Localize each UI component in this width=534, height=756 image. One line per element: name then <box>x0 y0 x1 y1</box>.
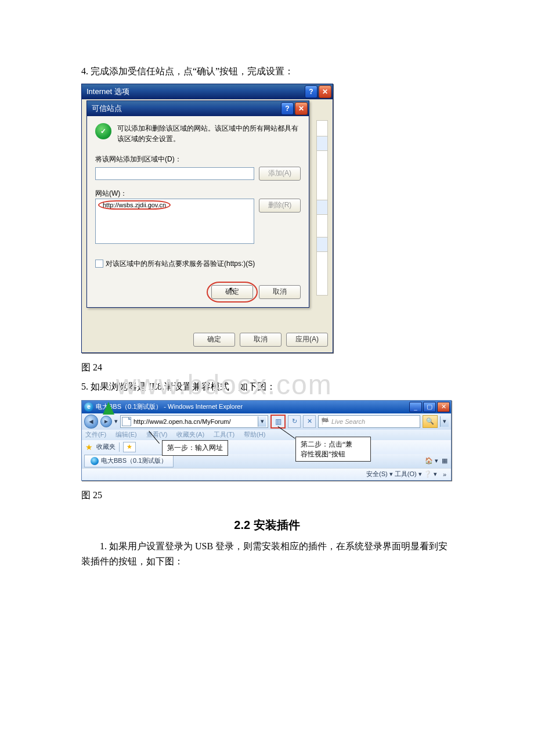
ts-description: 可以添加和删除该区域的网站。该区域中的所有网站都具有该区域的安全设置。 <box>117 123 301 144</box>
io-apply-button[interactable]: 应用(A) <box>286 333 328 347</box>
ie8-status-right[interactable]: 安全(S) ▾ 工具(O) ▾ ❔ ▾ <box>366 470 437 478</box>
menu-edit[interactable]: 编辑(E) <box>116 430 137 439</box>
internet-options-dialog: Internet 选项 ? ✕ 可信站点 ? ✕ ✓ 可以添 <box>81 84 333 353</box>
io-ok-button[interactable]: 确定 <box>193 333 235 347</box>
search-box[interactable]: 🏁 Live Search <box>318 415 420 428</box>
ts-add-label: 将该网站添加到区域中(D)： <box>95 154 301 164</box>
menu-fav[interactable]: 收藏夹(A) <box>176 430 204 439</box>
callout-step2: 第二步：点击“兼 容性视图”按钮 <box>295 437 371 462</box>
ie8-nav-bar: ◄ ► ▾ http://www2.open.ha.cn/MyForum/ ▾ … <box>82 413 451 430</box>
menu-tools[interactable]: 工具(T) <box>214 430 234 439</box>
address-url: http://www2.open.ha.cn/MyForum/ <box>134 418 255 425</box>
tab-favicon <box>91 457 99 465</box>
menu-help[interactable]: 帮助(H) <box>244 430 265 439</box>
io-background-strip <box>316 120 328 296</box>
figure-25-caption: 图 25 <box>81 488 453 503</box>
ie8-window: e 电大BBS（0.1测试版） - Windows Internet Explo… <box>81 400 452 481</box>
ie8-tab-strip: 电大BBS（0.1测试版） 🏠 ▾ ▦ <box>82 454 451 468</box>
ts-help-button[interactable]: ? <box>281 102 294 115</box>
ts-add-button[interactable]: 添加(A) <box>259 167 301 181</box>
io-title: Internet 选项 <box>86 87 304 97</box>
address-bar[interactable]: http://www2.open.ha.cn/MyForum/ ▾ <box>120 415 268 428</box>
search-go-button[interactable]: 🔍 <box>423 415 438 428</box>
address-dropdown[interactable]: ▾ <box>258 416 266 427</box>
favorites-star-icon[interactable]: ★ <box>85 442 93 452</box>
cursor-icon: ↖ <box>229 285 236 294</box>
ts-sites-list[interactable]: http://wsbs.zjdii.gov.cn <box>95 199 254 244</box>
ts-remove-button[interactable]: 删除(R) <box>259 199 301 213</box>
menu-file[interactable]: 文件(F) <box>85 430 106 439</box>
search-placeholder: Live Search <box>331 418 365 425</box>
back-button[interactable]: ◄ <box>84 415 98 429</box>
ie8-title-text: 电大BBS（0.1测试版） - Windows Internet Explore… <box>96 402 408 411</box>
io-close-button[interactable]: ✕ <box>319 85 331 98</box>
ts-https-checkbox[interactable] <box>95 260 103 268</box>
ie8-tab[interactable]: 电大BBS（0.1测试版） <box>84 455 174 467</box>
ie8-menu-bar: 文件(F) 编辑(E) 查看(V) 收藏夹(A) 工具(T) 帮助(H) <box>82 430 451 440</box>
step-4-text: 4. 完成添加受信任站点，点“确认”按钮，完成设置： <box>81 64 453 79</box>
ts-add-input[interactable] <box>95 167 254 180</box>
trusted-zone-icon: ✓ <box>95 123 111 139</box>
trusted-sites-dialog: 可信站点 ? ✕ ✓ 可以添加和删除该区域的网站。该区域中的所有网站都具有该区域… <box>86 100 309 308</box>
green-arrow-icon <box>103 402 114 415</box>
ie8-tab-label: 电大BBS（0.1测试版） <box>101 456 167 465</box>
ie8-status-more[interactable]: » <box>443 471 446 478</box>
ts-titlebar: 可信站点 ? ✕ <box>87 101 309 116</box>
ts-https-label: 对该区域中的所有站点要求服务器验证(https:)(S) <box>106 259 255 269</box>
section-2-2-heading: 2.2 安装插件 <box>81 517 453 533</box>
ie8-cmdbar-home[interactable]: 🏠 ▾ ▦ <box>425 457 451 465</box>
ts-sites-label: 网站(W)： <box>95 189 301 199</box>
search-dropdown[interactable]: ▾ <box>440 416 449 427</box>
ts-cancel-button[interactable]: 取消 <box>259 285 301 299</box>
add-favorite-button[interactable]: ★ <box>123 442 136 452</box>
figure-24-caption: 图 24 <box>81 360 453 375</box>
refresh-button[interactable]: ↻ <box>288 415 301 428</box>
ie8-favorites-bar: ★ 收藏夹 ★ <box>82 440 451 454</box>
section-2-2-para1: 1. 如果用户设置登录为 USB 登录，则需安装相应的插件，在系统登录界面明显看… <box>63 539 453 568</box>
ts-title: 可信站点 <box>92 103 280 114</box>
favorites-label[interactable]: 收藏夹 <box>96 442 116 451</box>
live-search-icon: 🏁 <box>321 417 329 425</box>
ts-listed-url[interactable]: http://wsbs.zjdii.gov.cn <box>98 200 171 210</box>
ts-close-button[interactable]: ✕ <box>295 102 308 115</box>
ie8-close-button[interactable]: ✕ <box>437 402 450 412</box>
ie8-maximize-button[interactable]: ▢ <box>423 402 436 412</box>
stop-button[interactable]: ✕ <box>303 415 316 428</box>
io-cancel-button[interactable]: 取消 <box>240 333 282 347</box>
forward-button[interactable]: ► <box>100 416 112 427</box>
step-5-text: 5. 如果浏览器是 IE8,请设置兼容模式，如下图： <box>81 379 453 394</box>
callout-step1: 第一步：输入网址 <box>162 440 228 456</box>
ie8-minimize-button[interactable]: _ <box>409 402 422 412</box>
ie8-status-bar: 安全(S) ▾ 工具(O) ▾ ❔ ▾ » <box>82 468 451 480</box>
io-titlebar: Internet 选项 ? ✕ <box>82 84 333 99</box>
page-icon <box>122 417 131 426</box>
ie8-titlebar: e 电大BBS（0.1测试版） - Windows Internet Explo… <box>82 401 451 413</box>
ie-logo-icon: e <box>84 402 93 412</box>
io-help-button[interactable]: ? <box>305 85 317 98</box>
